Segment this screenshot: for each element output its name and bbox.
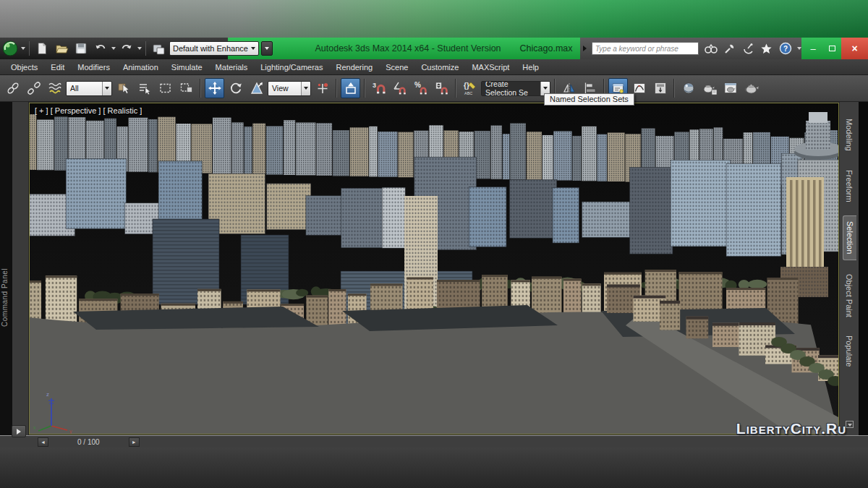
help-button[interactable]: ? [778, 42, 792, 56]
rotate-circle-icon [229, 81, 243, 95]
menu-objects[interactable]: Objects [11, 63, 38, 72]
redo-history-arrow-icon[interactable] [137, 47, 142, 50]
menu-rendering[interactable]: Rendering [336, 63, 373, 72]
percent-glyph: % [414, 81, 421, 89]
spinner-snap-magnet-icon [434, 80, 450, 96]
communication-center-button[interactable] [741, 42, 755, 56]
maximize-button[interactable] [822, 38, 841, 59]
chevron-down-icon [301, 82, 310, 95]
named-sets-braces-pencil-icon: {} ABC [462, 80, 478, 96]
schematic-view-icon [653, 81, 668, 95]
command-panel-strip [12, 102, 29, 435]
ribbon-minimize-button[interactable] [846, 421, 854, 428]
menu-maxscript[interactable]: MAXScript [472, 63, 509, 72]
city-scene-canvas[interactable]: z x y [30, 103, 838, 434]
project-folder-icon [152, 42, 166, 56]
main-toolbar: All [0, 75, 868, 102]
bind-to-space-warp-button[interactable] [45, 78, 64, 98]
select-and-manipulate-button[interactable] [312, 78, 332, 98]
title-bar: Default with Enhance Autodesk 3ds Max 20… [0, 38, 868, 59]
application-button[interactable] [1, 40, 19, 57]
rendered-frame-window-button[interactable] [720, 78, 740, 98]
save-file-button[interactable] [72, 40, 90, 57]
viewport-label[interactable]: [ + ] [ Perspective ] [ Realistic ] [35, 106, 142, 115]
named-selection-set-value: Create Selection Se [482, 82, 540, 95]
close-button[interactable]: × [841, 38, 868, 59]
previous-frame-button[interactable]: ◄ [38, 437, 48, 447]
search-button[interactable] [704, 42, 718, 56]
angle-snap-magnet-icon [392, 80, 408, 96]
undo-arrow-icon [94, 42, 107, 55]
window-crossing-toggle-button[interactable] [176, 78, 196, 98]
menu-animation[interactable]: Animation [123, 63, 158, 72]
menu-materials[interactable]: Materials [216, 63, 248, 72]
material-editor-button[interactable] [678, 78, 698, 98]
menu-simulate[interactable]: Simulate [171, 63, 203, 72]
rectangular-selection-region-button[interactable] [156, 78, 175, 98]
menu-help[interactable]: Help [522, 63, 539, 72]
document-name: Chicago.max [520, 43, 573, 53]
tab-selection[interactable]: Selection [843, 215, 856, 260]
select-by-name-icon [137, 81, 152, 95]
app-menu-arrow-icon[interactable] [21, 47, 25, 50]
reference-coordinate-system-dropdown[interactable]: View [268, 81, 311, 96]
select-and-rotate-button[interactable] [226, 78, 245, 98]
snap-toggle-3d-button[interactable]: 3 [369, 78, 388, 98]
infocenter-flyout-icon[interactable] [583, 46, 587, 51]
render-setup-button[interactable] [699, 78, 719, 98]
workspace: Command Panel [ + ] [ Perspective ] [ Re… [0, 102, 868, 435]
select-and-link-button[interactable] [3, 78, 22, 98]
project-folder-button[interactable] [150, 40, 167, 57]
percent-snap-toggle-button[interactable]: % [411, 78, 430, 98]
tab-freeform[interactable]: Freeform [843, 165, 856, 207]
menu-bar: Objects Edit Modifiers Animation Simulat… [0, 59, 868, 75]
favorites-button[interactable] [760, 42, 773, 56]
undo-history-arrow-icon[interactable] [111, 47, 116, 50]
menu-scene[interactable]: Scene [386, 63, 408, 72]
tab-modeling[interactable]: Modeling [843, 114, 856, 156]
search-input[interactable] [592, 42, 699, 55]
next-frame-button[interactable]: ► [129, 437, 140, 447]
menu-edit[interactable]: Edit [51, 63, 64, 72]
selection-filter-dropdown[interactable]: All [66, 81, 112, 96]
help-menu-arrow-icon[interactable] [797, 47, 801, 50]
command-panel-open-button[interactable] [12, 425, 26, 437]
move-arrows-icon [208, 81, 222, 95]
spinner-snap-toggle-button[interactable] [432, 78, 451, 98]
unlink-selection-button[interactable] [24, 78, 43, 98]
subscription-center-button[interactable] [723, 42, 736, 56]
render-teapot-icon [744, 81, 760, 95]
select-by-name-button[interactable] [135, 78, 154, 98]
minimize-button[interactable]: – [804, 38, 822, 59]
select-and-move-button[interactable] [205, 78, 224, 98]
new-scene-button[interactable] [33, 40, 51, 57]
angle-snap-toggle-button[interactable] [390, 78, 409, 98]
select-and-scale-button[interactable] [247, 78, 266, 98]
menu-lighting-cameras[interactable]: Lighting/Cameras [260, 63, 323, 72]
separator [29, 41, 30, 56]
use-pivot-point-center-button[interactable] [341, 78, 360, 98]
material-sphere-icon [681, 81, 696, 95]
binoculars-icon [705, 43, 718, 54]
current-frame-display[interactable]: 0 / 100 [77, 438, 100, 446]
tab-populate[interactable]: Populate [843, 330, 856, 372]
command-panel-collapsed-edge[interactable]: Command Panel [0, 102, 12, 435]
schematic-view-button[interactable] [650, 78, 670, 98]
edit-named-selection-sets-button[interactable]: {} ABC [460, 78, 480, 98]
undo-button[interactable] [92, 40, 109, 57]
named-selection-set-dropdown[interactable]: Create Selection Se [481, 81, 550, 96]
separator [673, 79, 675, 98]
snap-3d-magnet-icon: 3 [371, 80, 387, 96]
menu-modifiers[interactable]: Modifiers [77, 63, 110, 72]
save-floppy-icon [75, 42, 88, 55]
render-production-button[interactable] [741, 78, 761, 98]
satellite-dish-icon [742, 43, 754, 55]
open-file-button[interactable] [53, 40, 70, 57]
tab-object-paint[interactable]: Object Paint [843, 269, 856, 322]
select-object-button[interactable] [114, 78, 133, 98]
perspective-viewport[interactable]: [ + ] [ Perspective ] [ Realistic ] z x … [29, 103, 839, 435]
redo-button[interactable] [118, 40, 135, 57]
link-icon [6, 81, 20, 95]
menu-customize[interactable]: Customize [421, 63, 459, 72]
axis-x-label: x [33, 425, 36, 430]
